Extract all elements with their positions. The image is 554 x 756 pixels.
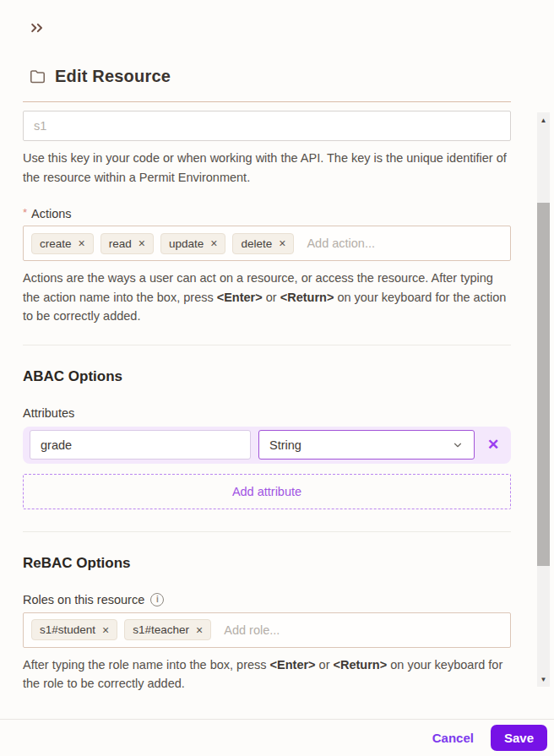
save-button[interactable]: Save <box>491 725 547 751</box>
section-divider <box>23 345 511 345</box>
actions-tag-input[interactable]: create × read × update × delete × Add ac… <box>23 226 511 261</box>
actions-help-text: Actions are the ways a user can act on a… <box>23 269 511 326</box>
section-divider <box>23 531 511 532</box>
resource-key-help-text: Use this key in your code or when workin… <box>23 149 511 187</box>
attribute-row: String ✕ <box>23 427 511 464</box>
role-tag-label: s1#teacher <box>133 623 189 636</box>
remove-attribute-icon[interactable]: ✕ <box>482 436 504 454</box>
collapse-panel-icon[interactable] <box>29 19 46 36</box>
info-icon[interactable]: i <box>150 593 164 606</box>
edit-resource-drawer: Edit Resource Use this key in your code … <box>0 0 554 756</box>
action-tag-delete: delete × <box>232 233 294 254</box>
abac-options-heading: ABAC Options <box>23 368 511 385</box>
roles-tag-input[interactable]: s1#student × s1#teacher × Add role... <box>23 612 511 648</box>
form-content: Use this key in your code or when workin… <box>23 102 511 693</box>
rebac-options-heading: ReBAC Options <box>23 555 511 572</box>
action-tag-label: create <box>40 237 72 250</box>
required-marker: * <box>23 206 27 219</box>
attributes-label: Attributes <box>23 406 511 420</box>
chevron-down-icon <box>452 439 464 451</box>
remove-action-icon[interactable]: × <box>138 237 145 249</box>
action-tag-create: create × <box>31 233 94 254</box>
action-tag-read: read × <box>100 233 154 254</box>
folder-icon <box>30 69 46 84</box>
resource-key-input[interactable] <box>23 111 511 141</box>
page-header: Edit Resource <box>30 67 171 86</box>
action-tag-label: update <box>169 237 204 250</box>
attribute-type-select[interactable]: String <box>258 430 475 460</box>
remove-action-icon[interactable]: × <box>279 237 285 249</box>
remove-action-icon[interactable]: × <box>210 237 217 249</box>
actions-label: * Actions <box>23 207 511 220</box>
scrollbar-thumb[interactable] <box>537 203 550 566</box>
cancel-button[interactable]: Cancel <box>432 731 474 745</box>
role-tag-student: s1#student × <box>31 619 117 640</box>
footer-bar: Cancel Save <box>0 719 554 756</box>
add-role-placeholder[interactable]: Add role... <box>224 623 280 637</box>
attribute-type-value: String <box>269 438 301 452</box>
add-action-placeholder[interactable]: Add action... <box>307 237 375 250</box>
remove-role-icon[interactable]: × <box>196 624 203 636</box>
remove-role-icon[interactable]: × <box>102 624 109 636</box>
action-tag-label: delete <box>241 237 272 250</box>
add-attribute-button[interactable]: Add attribute <box>23 474 511 509</box>
role-tag-teacher: s1#teacher × <box>124 619 211 640</box>
scroll-down-icon[interactable]: ▼ <box>537 673 550 685</box>
action-tag-update: update × <box>160 233 225 254</box>
scrollbar-track[interactable]: ▲ ▼ <box>537 112 550 687</box>
attribute-key-input[interactable] <box>30 430 251 460</box>
roles-help-text: After typing the role name into the box,… <box>23 655 511 693</box>
action-tag-label: read <box>109 237 132 250</box>
page-title: Edit Resource <box>55 67 171 86</box>
scroll-up-icon[interactable]: ▲ <box>537 114 550 126</box>
roles-label: Roles on this resource i <box>23 593 511 606</box>
role-tag-label: s1#student <box>40 623 95 636</box>
remove-action-icon[interactable]: × <box>79 237 85 249</box>
